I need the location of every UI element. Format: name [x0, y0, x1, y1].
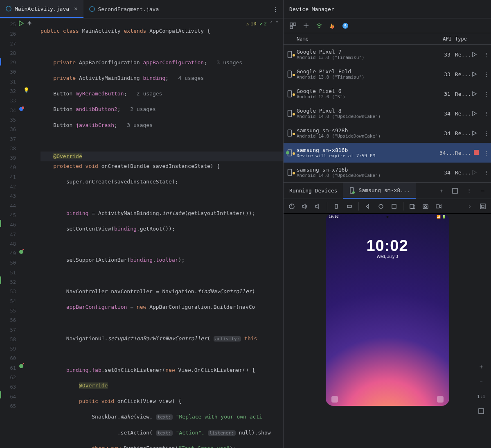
device-subtitle: Android 13.0 ("Tiramisu"): [297, 75, 439, 80]
status-dot: [293, 133, 295, 135]
record-icon[interactable]: [435, 202, 443, 210]
svg-rect-32: [482, 205, 484, 208]
gutter-icon-column: 💡: [16, 18, 41, 448]
device-screen[interactable]: 10:02 📶🔋 10:02 Wed, July 3: [326, 214, 449, 406]
device-row[interactable]: samsung sm-s928b Android 14.0 ("UpsideDo…: [284, 123, 491, 143]
implements-icon[interactable]: [18, 249, 24, 255]
more-icon[interactable]: ⋮: [465, 187, 473, 195]
device-mirror-view[interactable]: 10:02 📶🔋 10:02 Wed, July 3 ＋ － 1:1: [284, 214, 491, 448]
skype-icon[interactable]: S: [342, 22, 349, 29]
device-more-button[interactable]: ⋮: [481, 111, 491, 117]
device-action-button[interactable]: [471, 150, 481, 156]
device-more-button[interactable]: ⋮: [481, 150, 491, 156]
column-header-type[interactable]: Type: [455, 36, 471, 42]
minimize-icon[interactable]: —: [479, 187, 487, 195]
chevron-right-icon[interactable]: ›: [466, 202, 474, 210]
svg-rect-18: [288, 169, 292, 176]
svg-rect-8: [290, 26, 293, 29]
rotate-right-icon[interactable]: [345, 202, 354, 210]
close-icon[interactable]: ×: [74, 5, 77, 12]
device-subtitle: Device will expire at 7:59 PM: [297, 153, 439, 158]
device-action-button[interactable]: [471, 91, 481, 97]
device-action-button[interactable]: [471, 170, 481, 175]
svg-rect-24: [347, 205, 351, 208]
implements-icon[interactable]: [18, 363, 24, 369]
tab-second-fragment[interactable]: SecondFragment.java: [83, 0, 165, 18]
play-icon: [471, 52, 477, 57]
svg-point-1: [89, 7, 94, 11]
device-name: samsung sm-x816b: [297, 147, 439, 153]
tab-main-activity[interactable]: MainActivity.java ×: [0, 0, 83, 18]
device-action-button[interactable]: [471, 71, 481, 77]
zoom-in-button[interactable]: ＋: [475, 361, 487, 373]
device-type: Re...: [455, 130, 471, 136]
power-icon[interactable]: [288, 202, 296, 210]
device-subtitle: Android 12.0 ("S"): [297, 94, 439, 100]
device-more-button[interactable]: ⋮: [481, 91, 491, 97]
run-gutter-icon[interactable]: [18, 20, 24, 26]
add-tab-icon[interactable]: ＋: [437, 187, 445, 195]
device-more-button[interactable]: ⋮: [481, 71, 491, 77]
overview-icon[interactable]: [390, 202, 398, 210]
rotate-left-icon[interactable]: [332, 202, 340, 210]
device-action-button[interactable]: [471, 130, 481, 136]
code-editor[interactable]: ⚠ 10 ✔ 2 ˄ ˅ 25262728 29303132 33343536 …: [0, 18, 283, 448]
svg-point-25: [379, 204, 383, 208]
window-icon[interactable]: [451, 187, 459, 195]
override-icon[interactable]: [18, 106, 24, 112]
add-device-icon[interactable]: [302, 22, 310, 29]
device-row[interactable]: samsung sm-x816b Device will expire at 7…: [284, 143, 491, 163]
screenshot-icon[interactable]: [421, 202, 430, 210]
lockscreen-right-shortcut[interactable]: [437, 396, 444, 403]
related-class-icon[interactable]: [27, 20, 32, 26]
lockscreen-left-shortcut[interactable]: [331, 396, 338, 403]
device-row[interactable]: Google Pixel 8 Android 14.0 ("UpsideDown…: [284, 104, 491, 123]
device-table-header: Name API Type: [284, 33, 491, 45]
device-more-button[interactable]: ⋮: [481, 130, 491, 136]
status-dot: [293, 113, 295, 115]
device-manager-title: Device Manager: [284, 0, 491, 18]
device-row[interactable]: samsung sm-x716b Android 14.0 ("UpsideDo…: [284, 163, 491, 182]
intention-bulb-icon[interactable]: 💡: [23, 87, 29, 93]
device-row[interactable]: Google Pixel 7 Android 13.0 ("Tiramisu")…: [284, 45, 491, 64]
device-more-button[interactable]: ⋮: [481, 52, 491, 58]
device-row[interactable]: Google Pixel 6 Android 12.0 ("S") 31 Re.…: [284, 84, 491, 104]
device-action-button[interactable]: [471, 52, 481, 57]
tabs-overflow-menu[interactable]: ⋮: [268, 0, 283, 18]
device-name: Google Pixel 8: [297, 108, 439, 114]
firebase-icon[interactable]: [329, 22, 336, 29]
svg-point-20: [352, 191, 355, 194]
device-api: 34: [439, 170, 455, 176]
running-devices-label[interactable]: Running Devices: [284, 183, 343, 199]
home-icon[interactable]: [377, 202, 385, 210]
volume-down-icon[interactable]: [314, 202, 322, 210]
editor-tabs: MainActivity.java × SecondFragment.java …: [0, 0, 283, 18]
running-device-tab[interactable]: Samsung sm-x8...: [343, 183, 415, 199]
svg-rect-7: [293, 23, 296, 25]
column-header-name[interactable]: Name: [296, 36, 439, 42]
status-dot: [293, 54, 295, 57]
svg-rect-21: [453, 188, 457, 193]
zoom-11-button[interactable]: 1:1: [475, 391, 487, 402]
device-type: Re...: [455, 52, 471, 58]
device-more-button[interactable]: ⋮: [481, 170, 491, 176]
zoom-out-button[interactable]: －: [475, 376, 487, 387]
column-header-api[interactable]: API: [439, 36, 455, 42]
svg-rect-14: [288, 91, 292, 97]
device-name: samsung sm-s928b: [297, 127, 439, 133]
snapshot-icon[interactable]: [408, 202, 417, 210]
svg-rect-16: [288, 130, 292, 136]
device-action-button[interactable]: [471, 111, 481, 116]
lockscreen-clock: 10:02: [326, 237, 449, 255]
class-icon: [89, 6, 95, 12]
wifi-icon[interactable]: [315, 22, 323, 29]
layout-inspector-icon[interactable]: [479, 202, 487, 210]
device-row[interactable]: Google Pixel Fold Android 13.0 ("Tiramis…: [284, 64, 491, 84]
play-icon: [471, 130, 477, 136]
back-icon[interactable]: [364, 202, 372, 210]
pair-devices-icon[interactable]: [289, 22, 297, 29]
volume-up-icon[interactable]: [301, 202, 309, 210]
zoom-fit-button[interactable]: [475, 405, 487, 417]
lockscreen-date: Wed, July 3: [326, 254, 449, 259]
code-content[interactable]: public class MainActivity extends AppCom…: [41, 18, 283, 448]
